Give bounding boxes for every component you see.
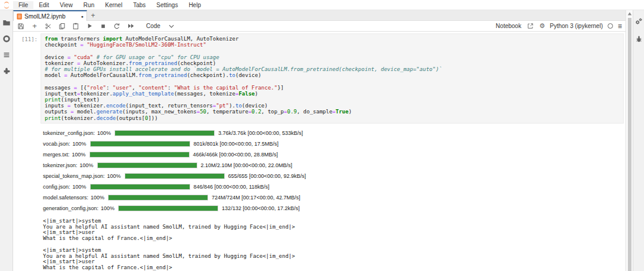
progress-percent: 100%: [80, 162, 94, 168]
menu-item-kernel[interactable]: Kernel: [100, 1, 128, 9]
code-editor[interactable]: from transformers import AutoModelForCau…: [45, 36, 620, 121]
kernel-status-indicator: [608, 23, 613, 29]
download-progress-row: config.json: 100% 846/846 [00:00<00:00, …: [43, 181, 626, 192]
menu-item-file[interactable]: File: [13, 1, 33, 9]
scroll-up-arrow-icon[interactable]: [627, 11, 632, 16]
add-cell-button[interactable]: +: [30, 22, 39, 30]
progress-percent: 100%: [73, 184, 86, 190]
download-progress-row: model.safetensors: 100% 724M/724M [00:17…: [43, 192, 626, 203]
tab-bar: SmolLM2.ipynb ● +: [13, 10, 626, 21]
code-cell-input[interactable]: from transformers import AutoModelForCau…: [41, 33, 624, 124]
progress-stats: 3.76k/3.76k [00:00<00:00, 533kB/s]: [218, 130, 303, 136]
progress-bar: [90, 141, 190, 147]
download-progress-list: tokenizer_config.json: 100% 3.76k/3.76k …: [43, 128, 626, 214]
debugger-bug-icon[interactable]: [635, 35, 643, 43]
stdout-text: <|im_start|>system You are a helpful AI …: [43, 218, 626, 271]
cell-type-dropdown[interactable]: Code: [146, 23, 174, 29]
menu-items: File Edit View Run Kernel Tabs Settings …: [13, 1, 206, 9]
execution-count: [11]:: [13, 33, 41, 124]
progress-bar: [125, 173, 225, 179]
menu-item-edit[interactable]: Edit: [33, 1, 54, 9]
progress-file-label: vocab.json:: [43, 141, 70, 147]
file-browser-icon[interactable]: [2, 19, 11, 27]
menu-item-settings[interactable]: Settings: [151, 1, 183, 9]
notebook-area: [11]: from transformers import AutoModel…: [13, 32, 626, 271]
progress-file-label: tokenizer_config.json:: [43, 130, 95, 136]
copy-cell-button[interactable]: [58, 22, 66, 30]
progress-file-label: model.safetensors:: [43, 195, 88, 201]
interrupt-kernel-button[interactable]: [99, 22, 107, 30]
notebook-settings-gear-icon[interactable]: ⚙: [539, 23, 545, 29]
property-inspector-icon[interactable]: [634, 17, 643, 26]
extension-manager-icon[interactable]: [2, 67, 11, 75]
download-progress-row: generation_config.json: 100% 132/132 [00…: [43, 203, 626, 214]
progress-stats: 655/655 [00:00<00:00, 92.9kB/s]: [228, 173, 306, 179]
kernel-name[interactable]: Python 3 (ipykernel): [550, 23, 603, 29]
download-progress-row: merges.txt: 100% 466k/466k [00:00<00:00,…: [43, 149, 626, 160]
download-progress-row: tokenizer.json: 100% 2.10M/2.10M [00:00<…: [43, 160, 626, 171]
chevron-down-icon: [169, 24, 174, 28]
jupyter-logo: [0, 0, 13, 10]
tab-title: SmolLM2.ipynb: [24, 13, 79, 20]
cut-cell-button[interactable]: [44, 22, 52, 30]
progress-stats: 846/846 [00:00<00:00, 118kB/s]: [194, 184, 270, 190]
download-progress-row: tokenizer_config.json: 100% 3.76k/3.76k …: [43, 128, 626, 138]
vertical-scrollbar[interactable]: [626, 10, 633, 271]
progress-file-label: config.json:: [43, 184, 70, 190]
restart-run-all-button[interactable]: [126, 22, 135, 30]
right-sidebar: [633, 10, 644, 271]
run-cell-button[interactable]: [85, 22, 94, 30]
progress-file-label: tokenizer.json:: [43, 162, 78, 168]
table-of-contents-icon[interactable]: [2, 51, 11, 59]
paste-cell-button[interactable]: [72, 22, 80, 30]
download-progress-row: vocab.json: 100% 801k/801k [00:00<00:00,…: [43, 138, 626, 149]
toolbar-menu-icon[interactable]: ≡: [618, 22, 622, 30]
progress-file-label: generation_config.json:: [43, 205, 98, 211]
menu-item-view[interactable]: View: [54, 1, 78, 9]
unsaved-changes-dot: ●: [81, 14, 83, 19]
progress-bar: [114, 130, 215, 136]
progress-percent: 100%: [97, 130, 111, 136]
progress-percent: 100%: [107, 173, 121, 179]
menu-item-help[interactable]: Help: [183, 1, 206, 9]
running-kernels-icon[interactable]: [2, 35, 11, 43]
download-progress-row: special_tokens_map.json: 100% 655/655 [0…: [43, 171, 626, 181]
progress-stats: 132/132 [00:00<00:00, 17.2kB/s]: [222, 205, 299, 211]
notebook-toolbar: +: [13, 21, 626, 32]
scrollbar-thumb[interactable]: [628, 18, 631, 271]
new-tab-button[interactable]: +: [87, 10, 99, 20]
notebook-file-icon: [17, 13, 22, 20]
progress-file-label: merges.txt:: [43, 152, 70, 158]
progress-percent: 100%: [72, 152, 86, 158]
progress-percent: 100%: [91, 195, 104, 201]
notebook-mode-label: Notebook: [496, 23, 521, 29]
menu-bar: File Edit View Run Kernel Tabs Settings …: [0, 0, 644, 10]
progress-stats: 801k/801k [00:00<00:00, 17.5MB/s]: [194, 141, 278, 147]
progress-bar: [118, 205, 218, 211]
progress-stats: 2.10M/2.10M [00:00<00:00, 22.0MB/s]: [201, 162, 292, 168]
tab-smollm2-notebook[interactable]: SmolLM2.ipynb ●: [13, 10, 87, 21]
restart-kernel-button[interactable]: [113, 22, 121, 30]
code-cell: [11]: from transformers import AutoModel…: [13, 33, 626, 124]
cell-type-value: Code: [146, 23, 160, 29]
progress-stats: 724M/724M [00:17<00:00, 42.7MB/s]: [212, 195, 300, 201]
progress-bar: [90, 184, 190, 190]
progress-bar: [89, 152, 190, 158]
progress-percent: 100%: [101, 205, 114, 211]
menu-item-tabs[interactable]: Tabs: [128, 1, 151, 9]
menu-item-run[interactable]: Run: [78, 1, 100, 9]
left-sidebar: [0, 10, 13, 271]
progress-percent: 100%: [73, 141, 86, 147]
progress-file-label: special_tokens_map.json:: [43, 173, 105, 179]
progress-bar: [108, 195, 208, 201]
cell-outputs: tokenizer_config.json: 100% 3.76k/3.76k …: [41, 128, 626, 271]
open-in-jupyter-notebook-icon[interactable]: [526, 22, 534, 30]
save-button[interactable]: [17, 22, 25, 30]
progress-bar: [97, 162, 197, 168]
progress-stats: 466k/466k [00:00<00:00, 28.8MB/s]: [193, 152, 278, 158]
